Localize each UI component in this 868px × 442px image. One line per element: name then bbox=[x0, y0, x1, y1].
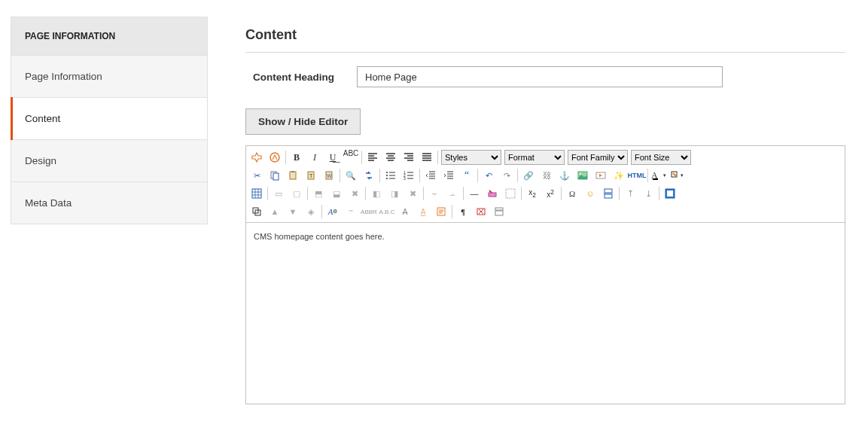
delete-row-icon[interactable]: ✖ bbox=[346, 185, 363, 202]
cleanup-icon[interactable]: ✨ bbox=[611, 167, 627, 184]
sidebar-item-label: Page Information bbox=[25, 71, 102, 82]
outdent-icon[interactable] bbox=[422, 167, 439, 184]
svg-rect-3 bbox=[290, 172, 296, 179]
main-content: Content Content Heading Show / Hide Edit… bbox=[245, 17, 857, 404]
align-right-icon[interactable] bbox=[400, 149, 417, 166]
visual-aid-icon[interactable] bbox=[502, 185, 519, 202]
insert-col-before-icon[interactable]: ◧ bbox=[368, 185, 385, 202]
table-icon[interactable] bbox=[248, 185, 265, 202]
paste-text-icon[interactable]: T bbox=[303, 167, 319, 184]
insert-row-after-icon[interactable]: ⬓ bbox=[328, 185, 345, 202]
link-icon[interactable]: 🔗 bbox=[520, 167, 537, 184]
numbered-list-icon[interactable]: 123 bbox=[400, 167, 417, 184]
replace-icon[interactable] bbox=[361, 167, 377, 184]
image-icon[interactable] bbox=[574, 167, 591, 184]
unlink-icon[interactable]: ⛓ bbox=[538, 167, 555, 184]
insert-row-before-icon[interactable]: ⬒ bbox=[310, 185, 327, 202]
row-props-icon[interactable]: ▭ bbox=[270, 185, 287, 202]
format-select[interactable]: Format bbox=[504, 150, 565, 165]
anchor-icon[interactable]: ⚓ bbox=[556, 167, 573, 184]
redo-icon[interactable]: ↷ bbox=[498, 167, 515, 184]
subscript-icon[interactable]: x2 bbox=[524, 185, 541, 202]
content-heading-label: Content Heading bbox=[245, 72, 357, 83]
svg-text:T: T bbox=[309, 173, 313, 178]
content-heading-input[interactable] bbox=[357, 66, 723, 87]
blockquote-icon[interactable]: “ bbox=[458, 167, 475, 184]
layer-icon[interactable] bbox=[248, 203, 265, 220]
editor-body[interactable]: CMS homepage content goes here. bbox=[246, 223, 845, 404]
cell-props-icon[interactable]: ▢ bbox=[288, 185, 305, 202]
merge-cells-icon[interactable]: ⫠ bbox=[444, 185, 461, 202]
backcolor-icon[interactable]: ▾ bbox=[669, 167, 685, 184]
sidebar-item-page-information[interactable]: Page Information bbox=[11, 56, 208, 98]
svg-rect-21 bbox=[506, 189, 515, 198]
backward-icon[interactable]: ▼ bbox=[285, 203, 301, 220]
pagebreak-icon[interactable] bbox=[600, 185, 617, 202]
font-family-select[interactable]: Font Family bbox=[568, 150, 628, 165]
forecolor-icon[interactable]: A▾ bbox=[650, 167, 667, 184]
cite-icon[interactable]: “” bbox=[343, 203, 359, 220]
svg-point-16 bbox=[580, 173, 581, 175]
copy-icon[interactable] bbox=[266, 167, 283, 184]
svg-rect-20 bbox=[489, 193, 496, 197]
insert-space-before-icon[interactable]: ⤒ bbox=[622, 185, 638, 202]
svg-point-11 bbox=[386, 178, 388, 179]
svg-text:W: W bbox=[327, 173, 332, 178]
html-icon[interactable]: HTML bbox=[629, 167, 645, 184]
svg-rect-22 bbox=[605, 189, 612, 193]
cut-icon[interactable]: ✂ bbox=[248, 167, 265, 184]
remove-format-icon[interactable] bbox=[484, 185, 501, 202]
font-size-select[interactable]: Font Size bbox=[631, 150, 691, 165]
insert-space-after-icon[interactable]: ⤓ bbox=[640, 185, 656, 202]
absolute-icon[interactable]: ◈ bbox=[303, 203, 319, 220]
hr-icon[interactable]: — bbox=[466, 185, 483, 202]
sidebar-header: PAGE INFORMATION bbox=[11, 17, 208, 56]
styles-select[interactable]: Styles bbox=[441, 150, 501, 165]
charmap-icon[interactable]: Ω bbox=[564, 185, 580, 202]
wysiwyg-editor: B I U ABC— Styles Format bbox=[245, 145, 845, 404]
sidebar-item-label: Content bbox=[25, 113, 60, 124]
superscript-icon[interactable]: x2 bbox=[542, 185, 559, 202]
variable-icon[interactable] bbox=[266, 149, 283, 166]
italic-icon[interactable]: I bbox=[306, 149, 323, 166]
show-hide-editor-button[interactable]: Show / Hide Editor bbox=[245, 108, 361, 135]
emoticon-icon[interactable]: ☺ bbox=[582, 185, 598, 202]
svg-rect-2 bbox=[273, 173, 279, 180]
template-icon[interactable] bbox=[491, 203, 507, 220]
paste-icon[interactable] bbox=[285, 167, 301, 184]
delete-col-icon[interactable]: ✖ bbox=[404, 185, 421, 202]
sidebar-item-label: Meta Data bbox=[25, 197, 72, 209]
bullet-list-icon[interactable] bbox=[382, 167, 399, 184]
align-justify-icon[interactable] bbox=[419, 149, 435, 166]
styleprops-icon[interactable]: A⚙ bbox=[324, 203, 341, 220]
align-left-icon[interactable] bbox=[364, 149, 381, 166]
sidebar-item-design[interactable]: Design bbox=[11, 140, 208, 182]
find-icon[interactable]: 🔍 bbox=[343, 167, 359, 184]
attribs-icon[interactable] bbox=[433, 203, 449, 220]
svg-rect-23 bbox=[605, 194, 612, 198]
split-cells-icon[interactable]: ⫟ bbox=[426, 185, 443, 202]
align-center-icon[interactable] bbox=[382, 149, 399, 166]
svg-rect-30 bbox=[495, 208, 503, 210]
bold-icon[interactable]: B bbox=[288, 149, 305, 166]
del-icon[interactable]: A bbox=[397, 203, 413, 220]
visualchars-icon[interactable]: ¶ bbox=[455, 203, 471, 220]
forward-icon[interactable]: ▲ bbox=[266, 203, 283, 220]
nonbreaking-icon[interactable] bbox=[473, 203, 489, 220]
indent-icon[interactable] bbox=[440, 167, 457, 184]
abbr-icon[interactable]: ABBR bbox=[361, 203, 377, 220]
undo-icon[interactable]: ↶ bbox=[480, 167, 497, 184]
paste-word-icon[interactable]: W bbox=[321, 167, 337, 184]
svg-rect-19 bbox=[252, 189, 261, 198]
sidebar: PAGE INFORMATION Page Information Conten… bbox=[11, 17, 208, 404]
sidebar-item-content[interactable]: Content bbox=[11, 98, 208, 140]
fullscreen-icon[interactable] bbox=[662, 185, 678, 202]
strikethrough-icon[interactable]: ABC— bbox=[343, 149, 359, 166]
content-heading-row: Content Heading bbox=[245, 66, 845, 87]
acronym-icon[interactable]: A.B.C bbox=[379, 203, 395, 220]
ins-icon[interactable]: A bbox=[415, 203, 431, 220]
sidebar-item-meta-data[interactable]: Meta Data bbox=[11, 182, 208, 224]
insert-col-after-icon[interactable]: ◨ bbox=[386, 185, 403, 202]
media-icon[interactable] bbox=[592, 167, 609, 184]
widget-icon[interactable] bbox=[248, 149, 265, 166]
